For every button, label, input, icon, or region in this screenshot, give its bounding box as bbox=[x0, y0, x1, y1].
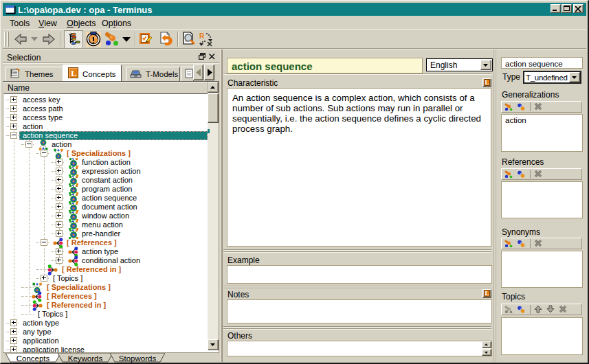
svg-text:R: R bbox=[199, 32, 205, 40]
svg-text:L: L bbox=[71, 68, 77, 78]
